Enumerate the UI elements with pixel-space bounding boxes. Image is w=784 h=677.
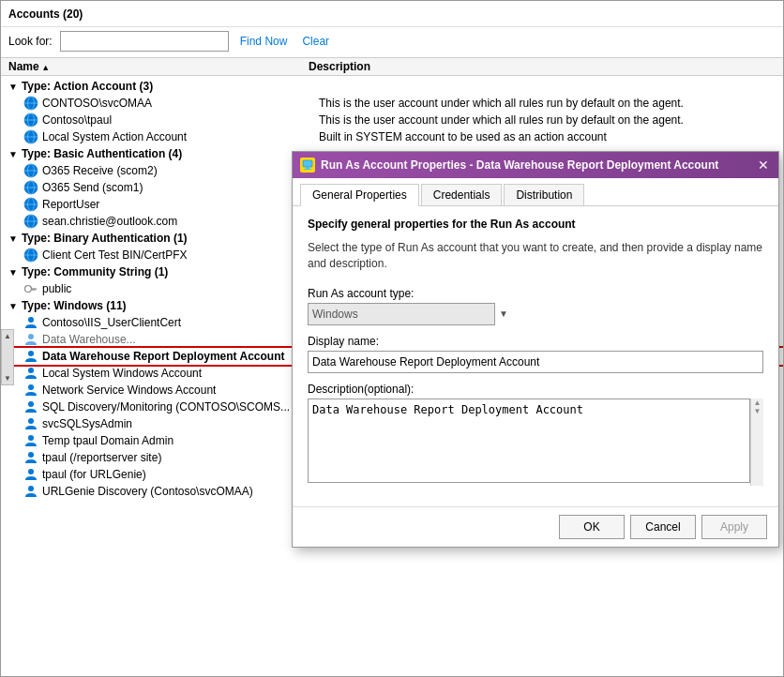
display-name-input[interactable] — [308, 351, 763, 373]
item-name: O365 Send (scom1) — [42, 181, 319, 194]
description-textarea-wrapper: Data Warehouse Report Deployment Account… — [308, 399, 763, 486]
scroll-up-arrow[interactable]: ▲ — [4, 332, 11, 340]
account-icon — [23, 383, 38, 398]
svg-point-29 — [28, 334, 34, 339]
globe-icon — [23, 129, 38, 144]
svg-point-31 — [28, 368, 34, 373]
side-scroll-indicator[interactable]: ▲ ▼ — [1, 329, 14, 385]
account-icon — [23, 484, 38, 499]
item-name: URLGenie Discovery (Contoso\svcOMAA) — [42, 485, 319, 498]
run-as-type-label: Run As account type: — [308, 287, 763, 300]
expand-icon: ▼ — [8, 82, 18, 92]
scroll-down-arrow[interactable]: ▼ — [4, 374, 11, 383]
svg-point-36 — [28, 452, 34, 458]
account-icon — [23, 467, 38, 482]
clear-button[interactable]: Clear — [298, 33, 333, 50]
tab-credentials[interactable]: Credentials — [421, 184, 503, 205]
account-icon — [23, 416, 38, 431]
expand-icon: ▼ — [8, 233, 18, 244]
modal-tabs: General Properties Credentials Distribut… — [293, 178, 778, 206]
modal-footer: OK Cancel Apply — [293, 506, 778, 547]
svg-rect-39 — [303, 160, 312, 167]
globe-icon — [23, 180, 38, 195]
modal-title-text: Run As Account Properties - Data Warehou… — [321, 158, 718, 172]
svg-point-34 — [28, 418, 34, 424]
modal-section-title: Specify general properties for the Run A… — [308, 218, 763, 231]
svg-point-32 — [28, 384, 34, 390]
run-as-account-dialog: Run As Account Properties - Data Warehou… — [292, 151, 779, 548]
account-icon — [23, 450, 38, 465]
svg-point-28 — [28, 317, 34, 323]
item-desc: This is the user account under which all… — [319, 97, 776, 110]
display-name-label: Display name: — [308, 335, 763, 348]
modal-description-text: Select the type of Run As account that y… — [308, 240, 763, 272]
account-icon — [23, 332, 38, 347]
look-for-input[interactable] — [60, 31, 229, 52]
item-name: Data Warehouse Report Deployment Account — [42, 350, 319, 363]
tab-distribution[interactable]: Distribution — [504, 184, 584, 205]
cancel-button[interactable]: Cancel — [630, 515, 696, 539]
ok-button[interactable]: OK — [559, 515, 625, 539]
col-desc-header: Description — [309, 60, 776, 73]
item-desc: This is the user account under which all… — [319, 113, 776, 127]
globe-icon — [23, 214, 38, 229]
expand-icon: ▼ — [8, 301, 18, 311]
item-name: Temp tpaul Domain Admin — [42, 434, 319, 447]
globe-icon — [23, 163, 38, 178]
group-action-account[interactable]: ▼ Type: Action Account (3) — [1, 78, 783, 95]
globe-icon — [23, 113, 38, 128]
item-name: SQL Discovery/Monitoring (CONTOSO\SCOMS.… — [42, 400, 319, 414]
item-name: tpaul (/reportserver site) — [42, 451, 319, 464]
item-name: Contoso\IIS_UserClientCert — [42, 316, 319, 329]
svg-point-30 — [28, 351, 34, 356]
look-for-label: Look for: — [8, 35, 53, 48]
group-label: Type: Community String (1) — [22, 265, 168, 278]
group-label: Type: Windows (11) — [22, 299, 127, 312]
globe-icon — [23, 197, 38, 212]
svg-point-37 — [28, 469, 34, 474]
item-name: Local System Windows Account — [42, 367, 319, 380]
tab-general-properties[interactable]: General Properties — [300, 184, 419, 206]
list-item[interactable]: Contoso\tpaul This is the user account u… — [1, 112, 783, 128]
col-name-header[interactable]: Name — [8, 60, 309, 73]
description-textarea[interactable]: Data Warehouse Report Deployment Account — [308, 399, 750, 483]
group-label: Type: Basic Authentication (4) — [22, 147, 182, 160]
item-name: Local System Action Account — [42, 130, 319, 143]
main-window: Accounts (20) Look for: Find Now Clear N… — [0, 0, 784, 677]
run-as-type-row: Run As account type: ▼ — [308, 287, 763, 325]
title-bar: Accounts (20) — [1, 1, 783, 27]
modal-close-button[interactable]: ✕ — [756, 158, 771, 172]
expand-icon: ▼ — [8, 149, 18, 159]
account-icon — [23, 315, 38, 330]
find-now-button[interactable]: Find Now — [236, 33, 292, 50]
item-name: ReportUser — [42, 198, 319, 211]
modal-content: Specify general properties for the Run A… — [293, 206, 778, 506]
group-label: Type: Action Account (3) — [22, 80, 153, 93]
account-icon — [23, 366, 38, 381]
description-label: Description(optional): — [308, 383, 763, 396]
item-name: Contoso\tpaul — [42, 113, 319, 127]
apply-button[interactable]: Apply — [701, 515, 767, 539]
item-name: Network Service Windows Account — [42, 384, 319, 397]
globe-icon — [23, 96, 38, 111]
run-as-type-input[interactable] — [308, 303, 495, 325]
key-icon — [23, 281, 38, 296]
modal-title-icon — [300, 158, 315, 173]
item-name: CONTOSO\svcOMAA — [42, 97, 319, 110]
list-item[interactable]: Local System Action Account Built in SYS… — [1, 128, 783, 145]
look-for-bar: Look for: Find Now Clear — [1, 27, 783, 58]
item-name: svcSQLSysAdmin — [42, 417, 319, 430]
description-row: Description(optional): Data Warehouse Re… — [308, 383, 763, 486]
svg-rect-41 — [304, 169, 311, 170]
group-label: Type: Binary Authentication (1) — [22, 232, 188, 245]
globe-icon — [23, 248, 38, 263]
textarea-scrollbar[interactable]: ▲ ▼ — [750, 399, 763, 486]
item-desc: Built in SYSTEM account to be used as an… — [319, 130, 776, 143]
item-name: Client Cert Test BIN/CertPFX — [42, 248, 319, 262]
expand-icon: ▼ — [8, 267, 18, 278]
svg-point-24 — [25, 286, 32, 293]
item-name: tpaul (for URLGenie) — [42, 468, 319, 481]
list-item[interactable]: CONTOSO\svcOMAA This is the user account… — [1, 95, 783, 112]
svg-point-33 — [28, 401, 34, 407]
item-name: O365 Receive (scom2) — [42, 164, 319, 177]
